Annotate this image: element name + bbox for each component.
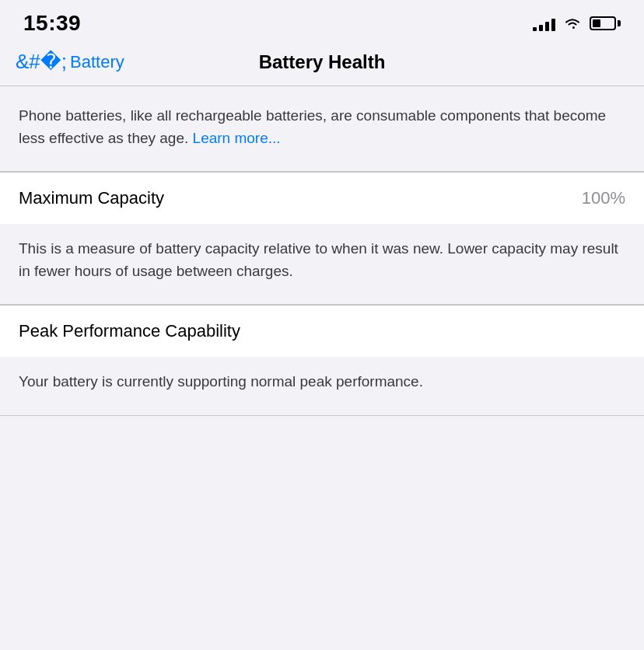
peak-performance-row: Peak Performance Capability [0,305,644,357]
chevron-left-icon: &#�; [16,51,67,72]
peak-description-section: Your battery is currently supporting nor… [0,357,644,416]
learn-more-link[interactable]: Learn more... [193,130,281,146]
peak-performance-label: Peak Performance Capability [19,321,240,341]
maximum-capacity-value: 100% [582,188,625,208]
status-icons [533,16,621,31]
nav-bar: &#�; Battery Battery Health [0,44,644,86]
status-bar: 15:39 [0,0,644,44]
content: Phone batteries, like all rechargeable b… [0,86,644,416]
page-title: Battery Health [259,51,386,73]
signal-icon [533,16,555,31]
back-button[interactable]: &#�; Battery [16,52,124,72]
maximum-capacity-label: Maximum Capacity [19,188,164,208]
wifi-icon [563,16,582,30]
description-text: Phone batteries, like all rechargeable b… [19,105,625,149]
description-section: Phone batteries, like all rechargeable b… [0,86,644,172]
maximum-capacity-row: Maximum Capacity 100% [0,172,644,224]
back-label: Battery [70,52,124,72]
capacity-description-section: This is a measure of battery capacity re… [0,224,644,305]
battery-icon [590,16,621,30]
peak-description-text: Your battery is currently supporting nor… [19,371,625,393]
capacity-description-text: This is a measure of battery capacity re… [19,238,625,282]
status-time: 15:39 [23,11,81,36]
